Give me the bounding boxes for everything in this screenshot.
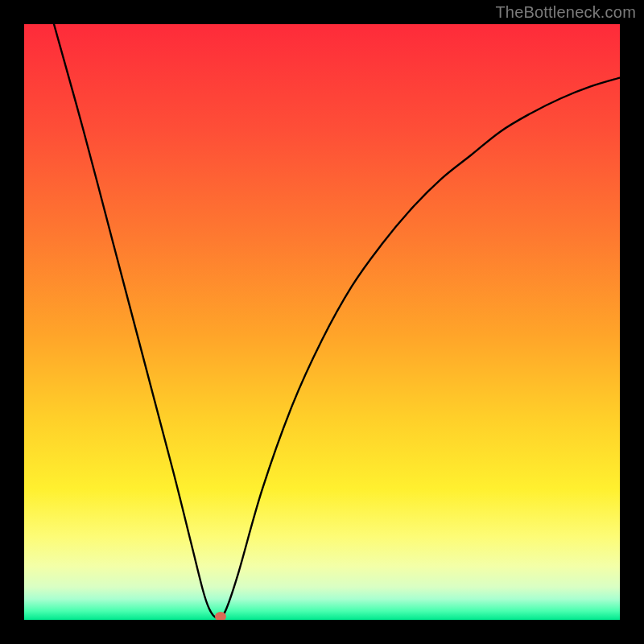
plot-area <box>24 24 620 620</box>
minimum-marker-dot <box>215 612 226 620</box>
chart-frame: TheBottleneck.com <box>0 0 644 644</box>
bottleneck-curve <box>24 24 620 620</box>
watermark-text: TheBottleneck.com <box>495 3 636 22</box>
